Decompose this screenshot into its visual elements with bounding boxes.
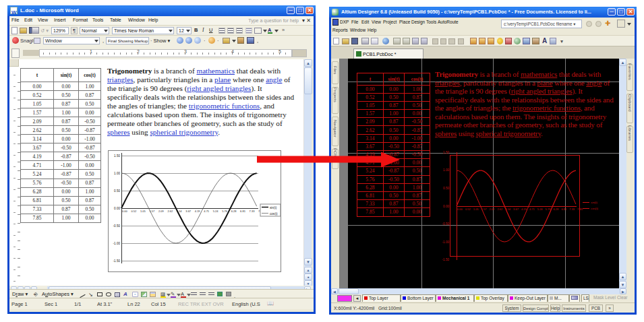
svg-text:2.09: 2.09 bbox=[158, 210, 165, 213]
svg-text:0.50: 0.50 bbox=[443, 187, 449, 190]
svg-text:7.85: 7.85 bbox=[577, 207, 583, 211]
svg-text:1.05: 1.05 bbox=[473, 207, 479, 211]
svg-text:4.71: 4.71 bbox=[529, 207, 535, 211]
svg-text:1.00: 1.00 bbox=[114, 172, 120, 175]
svg-text:3.67: 3.67 bbox=[513, 207, 519, 211]
svg-text:-1.00: -1.00 bbox=[442, 240, 450, 244]
svg-text:-0.50: -0.50 bbox=[442, 222, 450, 226]
svg-text:0.00: 0.00 bbox=[114, 207, 120, 210]
svg-text:1.50: 1.50 bbox=[443, 151, 449, 154]
svg-text:4.19: 4.19 bbox=[195, 210, 201, 213]
svg-text:4.19: 4.19 bbox=[521, 207, 527, 211]
svg-text:2.62: 2.62 bbox=[167, 210, 173, 213]
svg-text:5.24: 5.24 bbox=[537, 207, 544, 211]
svg-text:6.81: 6.81 bbox=[240, 210, 246, 213]
svg-text:2.62: 2.62 bbox=[497, 207, 503, 211]
svg-text:sin(t): sin(t) bbox=[591, 201, 597, 204]
svg-text:-1.50: -1.50 bbox=[442, 258, 450, 261]
svg-text:0.00: 0.00 bbox=[122, 210, 128, 213]
svg-text:0.00: 0.00 bbox=[443, 205, 449, 208]
svg-text:7.33: 7.33 bbox=[569, 207, 575, 211]
svg-text:0.50: 0.50 bbox=[114, 189, 120, 193]
svg-text:cos(t): cos(t) bbox=[591, 207, 599, 210]
svg-text:-1.00: -1.00 bbox=[113, 242, 121, 245]
svg-text:6.28: 6.28 bbox=[231, 210, 237, 213]
svg-text:6.28: 6.28 bbox=[554, 207, 560, 211]
svg-text:cos(t): cos(t) bbox=[270, 212, 278, 216]
svg-text:2.09: 2.09 bbox=[490, 207, 496, 211]
svg-text:3.67: 3.67 bbox=[185, 210, 192, 213]
svg-text:5.76: 5.76 bbox=[546, 207, 552, 211]
svg-text:-1.50: -1.50 bbox=[113, 259, 121, 263]
svg-text:1.50: 1.50 bbox=[114, 154, 120, 158]
svg-text:6.81: 6.81 bbox=[561, 207, 567, 211]
svg-text:-0.50: -0.50 bbox=[113, 224, 121, 228]
svg-text:0.00: 0.00 bbox=[457, 207, 463, 211]
svg-text:1.00: 1.00 bbox=[443, 168, 449, 172]
svg-text:0.52: 0.52 bbox=[465, 207, 471, 211]
svg-text:5.24: 5.24 bbox=[213, 210, 219, 213]
svg-text:7.33: 7.33 bbox=[250, 210, 256, 213]
svg-text:5.76: 5.76 bbox=[222, 210, 228, 213]
svg-text:sin(t): sin(t) bbox=[270, 206, 277, 210]
svg-text:4.71: 4.71 bbox=[204, 210, 210, 213]
svg-text:1.05: 1.05 bbox=[140, 210, 146, 213]
svg-text:0.52: 0.52 bbox=[131, 210, 138, 213]
